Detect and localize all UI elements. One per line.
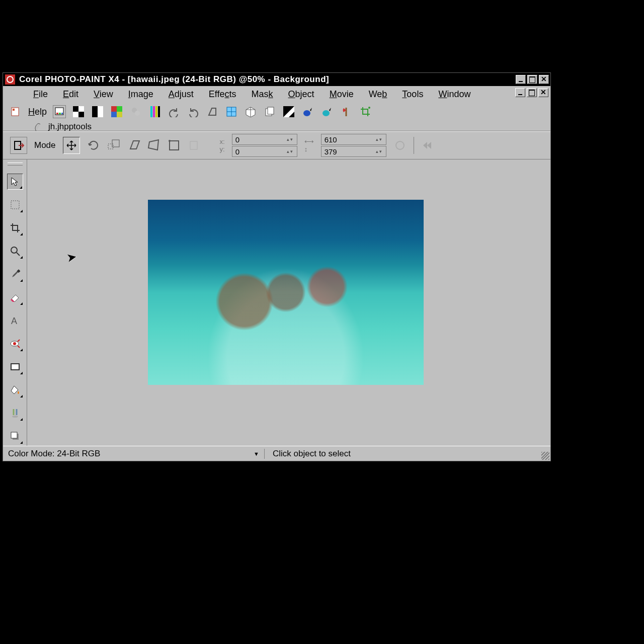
circles-icon[interactable] [129, 105, 142, 118]
grid-blue-icon[interactable] [225, 105, 238, 118]
close-button[interactable]: ✕ [539, 75, 549, 84]
svg-rect-39 [11, 201, 19, 209]
fill-tool[interactable] [7, 382, 23, 398]
clone-tool[interactable] [7, 405, 23, 421]
menu-view[interactable]: View [94, 89, 113, 100]
cursor-icon: ➤ [65, 249, 78, 265]
mask-rect-tool[interactable] [7, 197, 23, 213]
perspective2-icon[interactable] [168, 139, 181, 152]
svg-point-49 [12, 416, 18, 418]
toolbox-grip[interactable] [8, 163, 23, 166]
svg-point-38 [396, 141, 404, 149]
svg-rect-1 [13, 109, 15, 111]
work-area: A ➤ [3, 159, 550, 446]
new-icon[interactable] [9, 105, 22, 118]
svg-point-29 [323, 110, 330, 116]
axe-icon[interactable] [340, 105, 353, 118]
perspective-icon[interactable] [206, 105, 219, 118]
rectangle-tool[interactable] [7, 359, 23, 375]
text-tool[interactable]: A [7, 312, 23, 329]
minimize-button[interactable] [516, 75, 526, 84]
svg-rect-19 [153, 106, 155, 117]
rotate-left-icon[interactable] [168, 105, 181, 118]
position-y-spinner[interactable]: 0▴▾ [232, 146, 297, 157]
checker-icon[interactable] [72, 105, 85, 118]
app-window: Corel PHOTO-PAINT X4 - [hawaii.jpeg (24-… [3, 72, 551, 461]
svg-rect-14 [111, 112, 117, 117]
menu-object[interactable]: Object [288, 89, 314, 100]
svg-point-31 [368, 107, 370, 109]
eraser-tool[interactable] [7, 289, 23, 305]
menu-tools[interactable]: Tools [402, 89, 423, 100]
script-icon [33, 121, 44, 132]
svg-rect-10 [92, 106, 98, 117]
rotate-right-icon[interactable] [187, 105, 200, 118]
resize-grip[interactable] [541, 452, 549, 460]
svg-line-41 [17, 253, 20, 256]
size-h-spinner[interactable]: 379▴▾ [321, 146, 386, 157]
menu-mask[interactable]: Mask [252, 89, 273, 100]
menu-edit[interactable]: Edit [63, 89, 78, 100]
toolbox: A [3, 159, 27, 446]
menu-file[interactable]: File [33, 89, 48, 100]
move-mode-button[interactable] [63, 137, 80, 154]
position-x-spinner[interactable]: 0▴▾ [232, 134, 297, 145]
rotate-icon[interactable] [87, 139, 100, 152]
redeye-tool[interactable] [7, 336, 23, 352]
skew-icon[interactable] [127, 139, 140, 152]
size-w-spinner[interactable]: 610▴▾ [321, 134, 386, 145]
pick-tool[interactable] [7, 174, 23, 190]
svg-rect-8 [73, 112, 78, 117]
zoom-tool[interactable] [7, 243, 23, 259]
blob-up2-icon[interactable] [320, 105, 334, 118]
status-dropdown-icon[interactable]: ▼ [254, 451, 259, 457]
document-image[interactable] [148, 200, 424, 385]
titlebar: Corel PHOTO-PAINT X4 - [hawaii.jpeg (24-… [3, 73, 550, 86]
menu-adjust[interactable]: Adjust [169, 89, 194, 100]
lock-ratio-icon[interactable] [393, 139, 407, 152]
svg-point-40 [11, 247, 17, 253]
launcher-icon[interactable] [53, 105, 66, 118]
svg-point-17 [135, 111, 140, 116]
scale-icon[interactable] [107, 139, 120, 152]
svg-rect-15 [117, 112, 122, 117]
svg-rect-12 [111, 106, 117, 112]
svg-rect-37 [190, 141, 197, 149]
svg-rect-18 [150, 106, 152, 117]
crop-tool[interactable] [7, 220, 23, 236]
xy-label: x:y: [220, 138, 225, 153]
child-close-button[interactable]: ✕ [538, 88, 548, 97]
document-tab[interactable]: jh.jhpptools [48, 122, 92, 132]
svg-text:A: A [11, 316, 17, 326]
child-restore-button[interactable] [527, 88, 537, 97]
crop-green-icon[interactable] [359, 105, 372, 118]
menu-help[interactable]: Help [28, 107, 47, 117]
blob-up-icon[interactable] [301, 105, 314, 118]
split-icon[interactable] [91, 105, 104, 118]
svg-point-45 [13, 342, 16, 345]
pages-icon[interactable] [263, 105, 276, 118]
distort-icon[interactable] [147, 139, 160, 152]
menu-window[interactable]: Window [438, 89, 470, 100]
canvas-area[interactable]: ➤ [27, 159, 550, 446]
contrast-icon[interactable] [282, 105, 295, 118]
rewind-icon[interactable] [421, 139, 434, 152]
svg-rect-6 [73, 106, 78, 112]
exit-icon[interactable] [10, 137, 27, 154]
cmyk-bars-icon[interactable] [148, 105, 162, 118]
menu-image[interactable]: Image [128, 89, 153, 100]
title-text: Corel PHOTO-PAINT X4 - [hawaii.jpeg (24-… [17, 74, 516, 85]
child-minimize-button[interactable] [515, 88, 525, 97]
svg-rect-26 [268, 107, 274, 114]
menu-effects[interactable]: Effects [209, 89, 236, 100]
maximize-button[interactable] [527, 75, 537, 84]
status-color-mode: Color Mode: 24-Bit RGB [8, 449, 100, 459]
rgb-swatch-icon[interactable] [110, 105, 123, 118]
eyedropper-tool[interactable] [7, 266, 23, 282]
menu-web[interactable]: Web [369, 89, 387, 100]
svg-rect-21 [158, 106, 160, 117]
dropshadow-tool[interactable] [7, 428, 23, 444]
cube-icon[interactable] [244, 105, 257, 118]
menu-movie[interactable]: Movie [330, 89, 354, 100]
svg-rect-46 [11, 364, 19, 370]
